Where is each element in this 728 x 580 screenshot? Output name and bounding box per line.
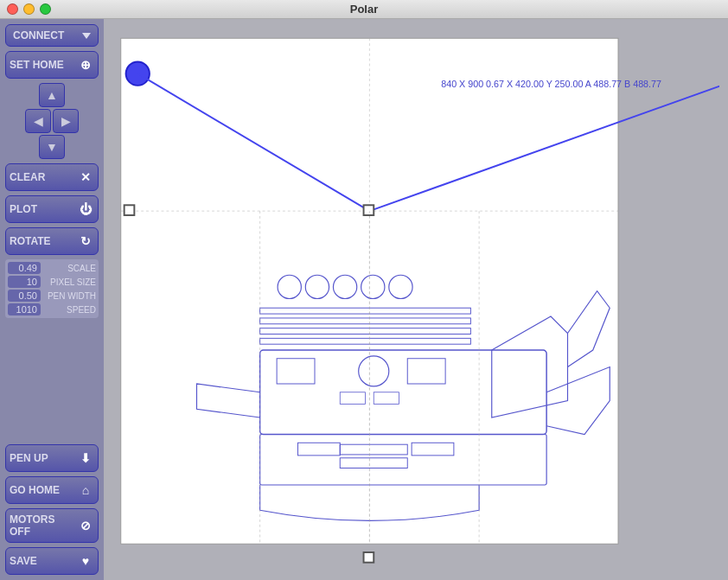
svg-rect-8 [364,205,374,215]
set-home-label: SET HOME [10,59,64,71]
speed-row: 1010 SPEED [8,303,96,315]
svg-rect-28 [340,458,407,468]
nav-down-button[interactable]: ▼ [39,135,65,159]
pen-width-value: 0.50 [8,290,41,302]
window-controls [7,3,51,15]
clear-label: CLEAR [10,171,45,183]
svg-point-14 [361,275,385,298]
svg-rect-20 [260,350,547,435]
svg-point-21 [359,356,389,386]
svg-rect-7 [125,205,135,215]
save-button[interactable]: SAVE ♥ [5,547,99,575]
rotate-label: ROTATE [10,235,51,247]
svg-point-13 [333,275,356,298]
svg-rect-29 [340,392,365,405]
titlebar: Polar [0,0,728,19]
svg-point-12 [305,275,329,298]
pixel-size-value: 10 [8,276,41,288]
pen-width-label: PEN WIDTH [44,291,96,301]
parameters-group: 0.49 SCALE 10 PIXEL SIZE 0.50 PEN WIDTH … [5,259,99,318]
set-home-icon: ⊕ [77,56,94,73]
svg-rect-16 [260,308,471,314]
nav-row-bot: ▼ [39,135,65,159]
close-button[interactable] [7,3,18,15]
svg-line-5 [137,73,369,211]
maximize-button[interactable] [40,3,51,15]
connect-dropdown-arrow [82,33,91,39]
save-label: SAVE [10,555,37,567]
window-title: Polar [350,3,379,16]
nav-row-mid: ◀ ▶ [25,109,79,133]
plot-button[interactable]: PLOT ⏻ [5,195,99,223]
plot-icon: ⏻ [77,201,94,218]
svg-point-11 [278,275,301,298]
set-home-button[interactable]: SET HOME ⊕ [5,51,99,79]
drawing-canvas[interactable]: 840 X 900 0.67 X 420.00 Y 250.00 A 488.7… [112,28,719,571]
svg-rect-23 [277,359,315,384]
clear-button[interactable]: CLEAR ✕ [5,163,99,191]
svg-rect-17 [260,318,471,324]
speed-value: 1010 [8,303,41,315]
clear-icon: ✕ [77,169,94,186]
pen-width-row: 0.50 PEN WIDTH [8,290,96,302]
pen-up-button[interactable]: PEN UP ⬇ [5,444,99,472]
canvas-area[interactable]: 840 X 900 0.67 X 420.00 Y 250.00 A 488.7… [104,19,728,580]
svg-rect-25 [298,443,341,456]
nav-arrows: ▲ ◀ ▶ ▼ [5,83,99,159]
nav-up-button[interactable]: ▲ [39,83,65,107]
minimize-button[interactable] [23,3,35,15]
scale-label: SCALE [44,264,96,273]
motors-off-button[interactable]: MOTORS OFF ⊘ [5,508,99,543]
pen-up-label: PEN UP [10,452,48,464]
connect-button[interactable]: CONNECT [5,24,99,47]
save-icon: ♥ [77,552,94,570]
pixel-size-row: 10 PIXEL SIZE [8,276,96,288]
go-home-icon: ⌂ [77,481,94,499]
speed-label: SPEED [44,305,96,315]
svg-rect-24 [407,359,445,384]
svg-point-3 [126,62,150,86]
rotate-icon: ↻ [77,233,94,250]
pen-up-icon: ⬇ [77,449,94,467]
plot-label: PLOT [10,203,37,215]
motors-off-label: MOTORS OFF [10,513,77,538]
svg-rect-27 [340,444,407,455]
scale-value: 0.49 [8,262,41,274]
svg-line-6 [369,73,719,211]
svg-rect-26 [412,443,454,456]
svg-rect-30 [374,392,399,405]
main-layout: CONNECT SET HOME ⊕ ▲ ◀ ▶ ▼ CLEAR ✕ [0,19,728,580]
coord-display: 840 X 900 0.67 X 420.00 Y 250.00 A 488.7… [441,79,661,89]
nav-right-button[interactable]: ▶ [53,109,79,133]
canvas-svg: 840 X 900 0.67 X 420.00 Y 250.00 A 488.7… [112,28,719,571]
nav-left-button[interactable]: ◀ [25,109,51,133]
go-home-label: GO HOME [10,484,60,496]
svg-point-15 [389,275,412,298]
sidebar: CONNECT SET HOME ⊕ ▲ ◀ ▶ ▼ CLEAR ✕ [0,19,104,580]
svg-rect-19 [260,338,471,344]
svg-rect-22 [260,435,547,486]
rotate-button[interactable]: ROTATE ↻ [5,227,99,255]
connect-label: CONNECT [13,29,64,41]
motors-off-icon: ⊘ [77,517,94,534]
pixel-size-label: PIXEL SIZE [44,277,96,287]
scale-row: 0.49 SCALE [8,262,96,274]
svg-rect-10 [364,552,374,563]
nav-row-top: ▲ [39,83,65,107]
go-home-button[interactable]: GO HOME ⌂ [5,476,99,504]
svg-rect-18 [260,328,471,335]
svg-rect-0 [121,38,618,544]
